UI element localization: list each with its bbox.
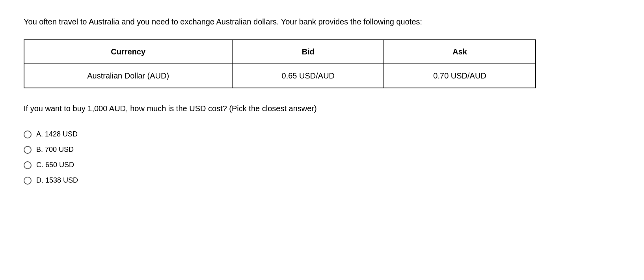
table-cell-bid: 0.65 USD/AUD [232,64,384,88]
table-header-bid: Bid [232,40,384,64]
option-b-label: B. 700 USD [36,146,74,154]
option-c-label: C. 650 USD [36,161,74,169]
radio-c[interactable] [24,161,32,169]
option-a-label: A. 1428 USD [36,130,78,138]
table-header-ask: Ask [384,40,536,64]
option-a[interactable]: A. 1428 USD [24,130,620,138]
options-container: A. 1428 USD B. 700 USD C. 650 USD D. 153… [24,130,620,185]
option-d-label: D. 1538 USD [36,176,78,185]
radio-d[interactable] [24,177,32,185]
radio-b[interactable] [24,146,32,154]
table-cell-currency: Australian Dollar (AUD) [24,64,232,88]
currency-table: Currency Bid Ask Australian Dollar (AUD)… [24,39,536,88]
option-b[interactable]: B. 700 USD [24,146,620,154]
option-c[interactable]: C. 650 USD [24,161,620,169]
table-cell-ask: 0.70 USD/AUD [384,64,536,88]
question-text: If you want to buy 1,000 AUD, how much i… [24,103,615,114]
option-d[interactable]: D. 1538 USD [24,176,620,185]
table-row: Australian Dollar (AUD) 0.65 USD/AUD 0.7… [24,64,536,88]
table-header-currency: Currency [24,40,232,64]
intro-text: You often travel to Australia and you ne… [24,16,615,28]
radio-a[interactable] [24,131,32,138]
